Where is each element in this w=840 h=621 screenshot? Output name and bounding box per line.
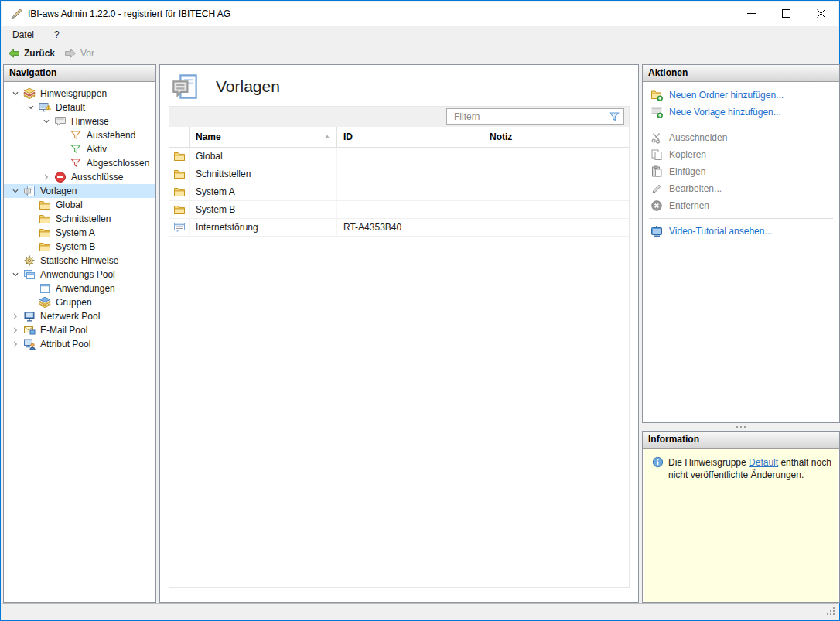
action-neue-vorlage-hinzufügen[interactable]: Neue Vorlage hinzufügen... bbox=[643, 104, 839, 121]
maximize-icon bbox=[782, 9, 790, 18]
sidebar-item-ausschlüsse[interactable]: Ausschlüsse bbox=[4, 170, 155, 184]
chevron-right-icon[interactable] bbox=[10, 339, 21, 350]
chevron-right-icon[interactable] bbox=[41, 172, 52, 183]
funnel-green-icon bbox=[70, 143, 82, 155]
action-ausschneiden: Ausschneiden bbox=[643, 129, 839, 146]
menu-help[interactable]: ? bbox=[54, 29, 60, 40]
main-panel: Vorlagen Name ID Notiz bbox=[159, 64, 639, 603]
column-header-notiz[interactable]: Notiz bbox=[483, 127, 629, 147]
minimize-button[interactable] bbox=[734, 2, 769, 26]
column-header-name[interactable]: Name bbox=[190, 127, 337, 147]
action-label: Kopieren bbox=[669, 149, 706, 160]
network-icon bbox=[23, 310, 36, 322]
table-row-system-a[interactable]: System A bbox=[169, 183, 629, 201]
tree-item-label: Hinweisgruppen bbox=[40, 88, 107, 99]
horizontal-splitter[interactable] bbox=[642, 423, 840, 431]
sidebar-item-gruppen[interactable]: Gruppen bbox=[4, 295, 155, 309]
sidebar-item-system-b[interactable]: System B bbox=[4, 240, 155, 254]
action-neuen-ordner-hinzufügen[interactable]: Neuen Ordner hinzufügen... bbox=[643, 87, 839, 104]
chevron-down-icon[interactable] bbox=[41, 116, 52, 127]
layers-red-icon bbox=[23, 87, 36, 100]
tree-item-label: Anwendungs Pool bbox=[40, 269, 115, 280]
cell-notiz bbox=[483, 165, 629, 183]
sidebar-item-anwendungs-pool[interactable]: Anwendungs Pool bbox=[4, 268, 155, 281]
cell-type bbox=[169, 165, 190, 183]
default-group-link[interactable]: Default bbox=[749, 457, 778, 468]
page-title: Vorlagen bbox=[216, 77, 280, 96]
forward-label: Vor bbox=[80, 48, 94, 59]
sidebar-item-schnittstellen[interactable]: Schnittstellen bbox=[4, 212, 155, 226]
sidebar-item-statische-hinweise[interactable]: Statische Hinweise bbox=[4, 254, 155, 268]
table-row-global[interactable]: Global bbox=[169, 148, 629, 165]
column-header-id[interactable]: ID bbox=[337, 127, 483, 147]
title-bar: IBI-aws Admin 1.22.0 - registriert für I… bbox=[2, 2, 838, 26]
sidebar-item-vorlagen[interactable]: Vorlagen bbox=[4, 184, 155, 198]
funnel-orange-icon bbox=[70, 129, 82, 142]
maximize-button[interactable] bbox=[769, 2, 804, 26]
gear-icon bbox=[23, 254, 36, 267]
funnel-red-icon bbox=[70, 157, 82, 169]
folder-icon bbox=[173, 203, 186, 216]
remove-icon bbox=[650, 200, 663, 212]
table-row-schnittstellen[interactable]: Schnittstellen bbox=[169, 165, 629, 183]
action-label: Entfernen bbox=[669, 200, 709, 211]
sidebar-item-global[interactable]: Global bbox=[4, 198, 155, 212]
page-header: Vorlagen bbox=[171, 73, 280, 101]
cell-id bbox=[337, 201, 483, 218]
sidebar-item-hinweisgruppen[interactable]: Hinweisgruppen bbox=[4, 87, 155, 101]
cell-id bbox=[337, 148, 483, 165]
table-header: Name ID Notiz bbox=[169, 127, 629, 148]
tree-item-label: Netzwerk Pool bbox=[40, 311, 100, 322]
table-body: Global Schnittstellen System A System B … bbox=[169, 148, 629, 237]
nav-tree: Hinweisgruppen Default Hinweise Ausstehe… bbox=[4, 82, 155, 351]
close-button[interactable] bbox=[804, 2, 838, 26]
tree-item-label: Schnittstellen bbox=[56, 213, 111, 224]
chevron-down-icon[interactable] bbox=[26, 102, 36, 113]
column-header-type[interactable] bbox=[169, 127, 190, 147]
sidebar-item-netzwerk-pool[interactable]: Netzwerk Pool bbox=[4, 309, 155, 323]
filter-icon[interactable] bbox=[608, 111, 620, 123]
tv-icon bbox=[650, 225, 663, 237]
actions-panel: Aktionen Neuen Ordner hinzufügen... Neue… bbox=[642, 64, 840, 423]
paste-icon bbox=[650, 165, 663, 178]
sidebar-item-system-a[interactable]: System A bbox=[4, 226, 155, 240]
sidebar-item-default[interactable]: Default bbox=[4, 101, 155, 114]
chevron-down-icon[interactable] bbox=[10, 269, 21, 280]
sort-ascending-icon bbox=[323, 132, 332, 142]
sidebar-item-aktiv[interactable]: Aktiv bbox=[4, 142, 155, 156]
vorlagen-page-icon bbox=[171, 73, 199, 101]
cell-type bbox=[169, 219, 190, 236]
attribute-icon bbox=[23, 338, 36, 350]
sidebar-item-anwendungen[interactable]: Anwendungen bbox=[4, 281, 155, 295]
back-button[interactable]: Zurück bbox=[8, 47, 55, 60]
folder-icon bbox=[39, 199, 51, 211]
resize-grip-icon[interactable] bbox=[827, 613, 828, 615]
navigation-header: Navigation bbox=[4, 65, 155, 82]
tree-item-label: Global bbox=[56, 200, 83, 210]
layers-blue-icon bbox=[39, 296, 51, 309]
copy-icon bbox=[650, 148, 663, 161]
action-label: Neuen Ordner hinzufügen... bbox=[669, 90, 784, 101]
action-label: Einfügen bbox=[669, 166, 705, 177]
chevron-down-icon[interactable] bbox=[10, 88, 21, 99]
table-row-system-b[interactable]: System B bbox=[169, 201, 629, 219]
sidebar-item-abgeschlossen[interactable]: Abgeschlossen bbox=[4, 156, 155, 170]
template-plus-icon bbox=[650, 106, 663, 118]
chevron-right-icon[interactable] bbox=[10, 325, 21, 336]
sidebar-item-e-mail-pool[interactable]: E-Mail Pool bbox=[4, 323, 155, 337]
folder-icon bbox=[39, 241, 51, 253]
sidebar-item-attribut-pool[interactable]: Attribut Pool bbox=[4, 337, 155, 351]
chevron-down-icon[interactable] bbox=[10, 186, 21, 196]
filter-input[interactable] bbox=[447, 109, 612, 124]
sidebar-item-hinweise[interactable]: Hinweise bbox=[4, 114, 155, 128]
cell-id: RT-A4353B40 bbox=[337, 219, 483, 236]
cell-notiz bbox=[483, 219, 629, 236]
chevron-right-icon[interactable] bbox=[10, 311, 21, 322]
cell-name: System B bbox=[190, 201, 337, 218]
table-row-internetstörung[interactable]: Internetstörung RT-A4353B40 bbox=[169, 219, 629, 237]
sidebar-item-ausstehend[interactable]: Ausstehend bbox=[4, 128, 155, 142]
forward-arrow-icon bbox=[64, 47, 77, 60]
menu-datei[interactable]: Datei bbox=[12, 29, 34, 40]
cell-name: Internetstörung bbox=[190, 219, 337, 236]
action-video-tutorial-ansehen[interactable]: Video-Tutorial ansehen... bbox=[643, 223, 839, 240]
